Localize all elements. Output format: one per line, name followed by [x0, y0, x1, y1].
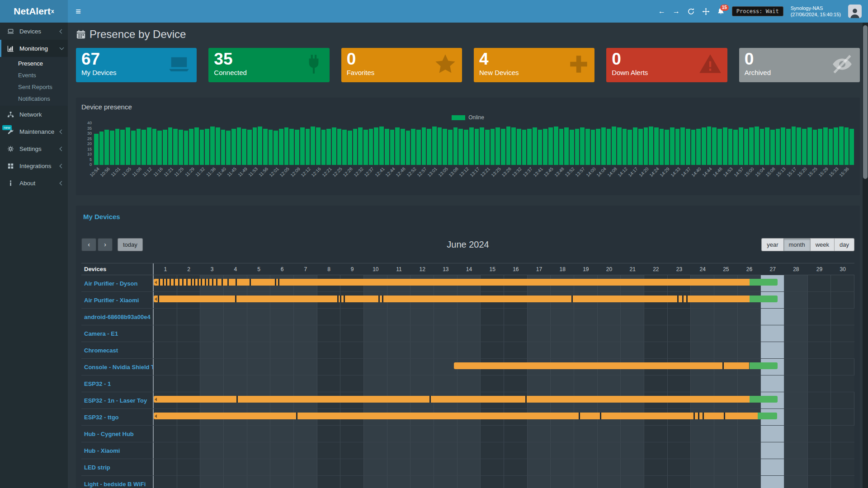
x-tick: 13:28	[500, 166, 512, 178]
sidebar-item-settings[interactable]: Settings	[0, 140, 68, 157]
new-badge: new	[2, 125, 12, 130]
app-logo[interactable]: NetAlertx	[0, 0, 68, 23]
stat-card-connected[interactable]: 35Connected	[208, 48, 329, 82]
sidebar-item-network[interactable]: Network	[0, 106, 68, 123]
day-cell	[808, 459, 831, 475]
notifications-bell-icon[interactable]: 15	[717, 8, 725, 15]
gantt-bar-recent[interactable]	[750, 396, 778, 403]
gantt-bar-recent[interactable]	[750, 279, 778, 286]
view-button-month[interactable]: month	[783, 238, 811, 251]
laptop-icon	[7, 28, 16, 35]
device-link[interactable]: Console - Nvidia Shield T	[84, 364, 153, 371]
prev-button[interactable]: ‹	[81, 238, 96, 251]
scrollbar-thumb[interactable]	[863, 25, 868, 179]
day-cell	[784, 409, 808, 425]
avatar[interactable]	[848, 5, 862, 18]
device-row-air-purifier-xiaomi: Air Purifier - Xiaomi	[81, 292, 854, 309]
chart-bar	[342, 130, 347, 165]
sidebar-toggle-icon[interactable]: ≡	[68, 0, 89, 23]
gantt-bar-online[interactable]	[154, 279, 750, 286]
sidebar-subitem-notifications[interactable]: Notifications	[0, 93, 68, 105]
gantt-bar-recent[interactable]	[750, 362, 778, 369]
stat-card-archived[interactable]: 0Archived	[739, 48, 860, 82]
chart-bar	[844, 127, 849, 165]
page-scrollbar[interactable]	[863, 23, 868, 488]
chart-bar	[231, 129, 236, 165]
device-link[interactable]: ESP32 - 1	[84, 380, 111, 387]
device-link[interactable]: Camera - E1	[84, 330, 118, 337]
gantt-bar-online[interactable]	[154, 296, 750, 302]
gantt-gap	[677, 296, 679, 302]
day-cell	[784, 442, 808, 459]
stat-card-new-devices[interactable]: 4New Devices	[474, 48, 594, 82]
nav-back-icon[interactable]: ←	[658, 7, 665, 15]
day-cell	[831, 426, 854, 442]
device-link[interactable]: Chromecast	[84, 347, 118, 354]
process-status-label[interactable]: Process: Wait	[732, 6, 783, 16]
device-link[interactable]: Hub - Xiaomi	[84, 447, 120, 454]
day-cell	[528, 375, 551, 392]
move-icon[interactable]	[702, 8, 710, 15]
device-link[interactable]: ESP32 - 1n - Laser Toy	[84, 397, 147, 404]
sidebar-item-monitoring[interactable]: Monitoring	[0, 40, 68, 57]
device-link[interactable]: android-68608b93a00e4	[84, 314, 151, 320]
day-header-14: 14	[458, 263, 481, 275]
day-cell	[598, 426, 621, 442]
chart-bar	[538, 130, 542, 165]
gantt-bar-online[interactable]	[154, 413, 758, 419]
device-name-cell: Air Purifier - Xiaomi	[81, 292, 153, 308]
device-link[interactable]: LED strip	[84, 464, 110, 471]
chart-bar	[786, 129, 791, 165]
gantt-bar-recent[interactable]	[750, 296, 778, 302]
day-cell	[200, 426, 224, 442]
x-tick: 14:04	[595, 166, 607, 178]
gantt-bar-online[interactable]	[454, 362, 750, 369]
chart-bar	[670, 127, 675, 165]
device-link[interactable]: Hub - Cygnet Hub	[84, 431, 134, 437]
x-tick: 15:08	[764, 166, 776, 178]
device-timeline	[153, 342, 854, 358]
sidebar-subitem-presence[interactable]: Presence	[0, 58, 68, 70]
chart-bar	[369, 129, 373, 165]
stat-card-favorites[interactable]: 0Favorites	[341, 48, 462, 82]
sidebar-item-maintenance[interactable]: newMaintenance	[0, 123, 68, 140]
chart-bar	[675, 129, 680, 165]
refresh-icon[interactable]	[687, 8, 695, 15]
chart-bar	[189, 129, 193, 165]
next-button[interactable]: ›	[98, 238, 113, 251]
day-header-13: 13	[434, 263, 458, 275]
sidebar-subitem-sent-reports[interactable]: Sent Reports	[0, 81, 68, 93]
gantt-bar-online[interactable]	[154, 396, 750, 403]
device-link[interactable]: ESP32 - ttgo	[84, 414, 119, 421]
today-button[interactable]: today	[118, 238, 143, 251]
day-cell	[481, 459, 504, 475]
day-header-2: 2	[177, 263, 201, 275]
day-cell	[621, 342, 644, 358]
sidebar-subitem-events[interactable]: Events	[0, 70, 68, 81]
device-link[interactable]: Air Purifier - Dyson	[84, 280, 137, 287]
nav-forward-icon[interactable]: →	[673, 7, 680, 15]
device-link[interactable]: Air Purifier - Xiaomi	[84, 297, 139, 304]
day-header-18: 18	[551, 263, 574, 275]
sidebar-item-devices[interactable]: Devices	[0, 23, 68, 40]
chart-bar	[770, 130, 775, 165]
sidebar-item-integrations[interactable]: Integrations	[0, 157, 68, 174]
x-tick: 14:24	[648, 166, 660, 178]
day-cell	[551, 442, 574, 459]
device-link[interactable]: Light - bedside B WiFi	[84, 481, 146, 488]
chart-bar	[337, 129, 342, 165]
day-cell	[458, 375, 481, 392]
page-title: Presence by Device	[76, 28, 860, 41]
chart-legend[interactable]: Online	[81, 114, 854, 121]
stat-card-my-devices[interactable]: 67My Devices	[76, 48, 197, 82]
view-button-year[interactable]: year	[761, 238, 783, 251]
view-button-week[interactable]: week	[810, 238, 835, 251]
day-cell	[714, 325, 738, 342]
view-button-day[interactable]: day	[834, 238, 854, 251]
sidebar-item-label: Network	[19, 111, 63, 118]
x-tick: 11:21	[163, 166, 174, 178]
sidebar-item-about[interactable]: About	[0, 174, 68, 192]
stat-card-down-alerts[interactable]: 0Down Alerts	[606, 48, 727, 82]
day-cell	[761, 309, 784, 325]
gantt-bar-recent[interactable]	[758, 413, 778, 419]
